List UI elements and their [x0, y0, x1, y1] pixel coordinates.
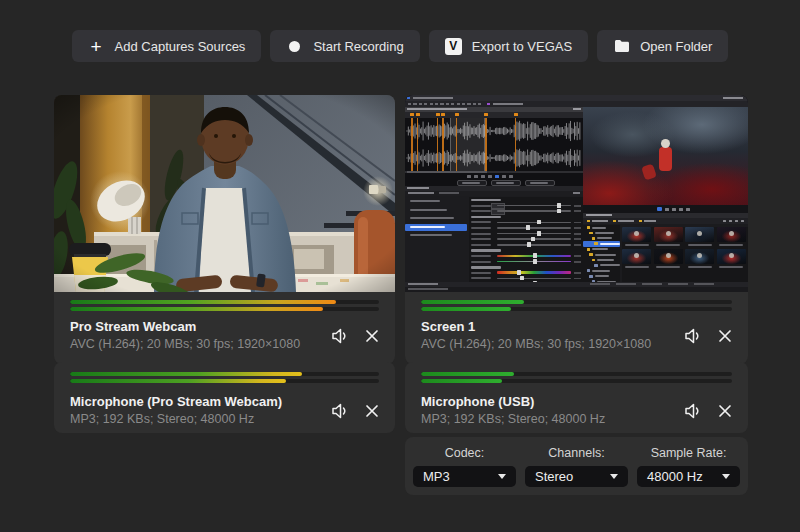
folder-icon	[613, 38, 630, 55]
close-icon[interactable]	[718, 404, 732, 418]
meter-bar	[70, 379, 286, 383]
media-thumbnail	[654, 227, 683, 249]
close-icon[interactable]	[365, 404, 379, 418]
volume-icon[interactable]	[331, 403, 349, 419]
media-thumbnail	[717, 249, 746, 271]
codec-field: Codec: MP3	[413, 445, 516, 487]
audio-meters	[405, 362, 748, 389]
codec-value: MP3	[423, 469, 450, 484]
codec-label: Codec:	[413, 446, 516, 460]
open-folder-button[interactable]: Open Folder	[597, 30, 728, 62]
channels-label: Channels:	[525, 446, 628, 460]
source-card-mic-usb: Microphone (USB) MP3; 192 KBs; Stereo; 4…	[405, 362, 748, 433]
source-title: Microphone (Pro Stream Webcam)	[70, 394, 282, 410]
button-label: Start Recording	[313, 39, 403, 54]
effect-list-item	[405, 224, 467, 231]
media-thumbnail-grid	[622, 227, 748, 282]
meter-bar	[70, 372, 302, 376]
source-title: Pro Stream Webcam	[70, 319, 300, 335]
channels-dropdown[interactable]: Stereo	[525, 466, 628, 487]
sample-rate-value: 48000 Hz	[647, 469, 703, 484]
effect-list-item	[405, 232, 467, 239]
record-icon	[286, 38, 303, 55]
audio-settings-panel: Codec: MP3 Channels: Stereo Sample Rate:…	[405, 437, 748, 495]
channels-field: Channels: Stereo	[525, 445, 628, 487]
meter-bar	[421, 300, 524, 304]
plus-icon: +	[88, 38, 105, 55]
chevron-down-icon	[610, 474, 618, 479]
chevron-down-icon	[722, 474, 730, 479]
media-thumbnail	[685, 227, 714, 249]
media-thumbnail	[717, 227, 746, 249]
source-title: Screen 1	[421, 319, 651, 335]
waveform-display	[405, 118, 583, 171]
source-specs: MP3; 192 KBs; Stereo; 48000 Hz	[70, 412, 282, 427]
webcam-preview	[54, 95, 395, 292]
channels-value: Stereo	[535, 469, 573, 484]
media-folder-tree	[583, 225, 620, 282]
webcam-preview-art	[54, 95, 395, 292]
vegas-icon: V	[445, 38, 462, 55]
codec-dropdown[interactable]: MP3	[413, 466, 516, 487]
chevron-down-icon	[498, 474, 506, 479]
main-toolbar: + Add Captures Sources Start Recording V…	[0, 30, 800, 62]
add-captures-sources-button[interactable]: + Add Captures Sources	[72, 30, 262, 62]
source-specs: MP3; 192 KBs; Stereo; 48000 Hz	[421, 412, 605, 427]
source-specs: AVC (H.264); 20 MBs; 30 fps; 1920×1080	[70, 337, 300, 352]
media-thumbnail	[654, 249, 683, 271]
media-thumbnail	[622, 249, 651, 271]
meter-bar	[421, 307, 511, 311]
effect-list-item	[405, 198, 467, 205]
effect-list-item	[405, 207, 467, 214]
volume-icon[interactable]	[684, 403, 702, 419]
capture-app-window: + Add Captures Sources Start Recording V…	[0, 0, 800, 532]
button-label: Open Folder	[640, 39, 712, 54]
slider-panel	[469, 197, 583, 285]
volume-icon[interactable]	[684, 328, 702, 344]
button-label: Export to VEGAS	[472, 39, 572, 54]
meter-bar	[70, 307, 323, 311]
effect-list-item	[405, 215, 467, 222]
meter-bar	[421, 372, 514, 376]
source-card-screen: Screen 1 AVC (H.264); 20 MBs; 30 fps; 19…	[405, 95, 748, 364]
sample-rate-field: Sample Rate: 48000 Hz	[637, 445, 740, 487]
export-to-vegas-button[interactable]: V Export to VEGAS	[429, 30, 588, 62]
screen-preview	[405, 95, 748, 292]
meter-bar	[70, 300, 336, 304]
source-card-mic-webcam: Microphone (Pro Stream Webcam) MP3; 192 …	[54, 362, 395, 433]
start-recording-button[interactable]: Start Recording	[270, 30, 419, 62]
meter-bar	[421, 379, 502, 383]
sample-rate-label: Sample Rate:	[637, 446, 740, 460]
audio-meters	[54, 362, 395, 389]
media-thumbnail	[685, 249, 714, 271]
audio-meters	[54, 292, 395, 315]
media-thumbnail	[622, 227, 651, 249]
volume-icon[interactable]	[331, 328, 349, 344]
close-icon[interactable]	[365, 329, 379, 343]
source-card-webcam: Pro Stream Webcam AVC (H.264); 20 MBs; 3…	[54, 95, 395, 364]
source-title: Microphone (USB)	[421, 394, 605, 410]
screen-preview-art	[405, 95, 748, 292]
video-monitor	[583, 107, 748, 205]
audio-meters	[405, 292, 748, 315]
close-icon[interactable]	[718, 329, 732, 343]
sample-rate-dropdown[interactable]: 48000 Hz	[637, 466, 740, 487]
source-specs: AVC (H.264); 20 MBs; 30 fps; 1920×1080	[421, 337, 651, 352]
button-label: Add Captures Sources	[115, 39, 246, 54]
